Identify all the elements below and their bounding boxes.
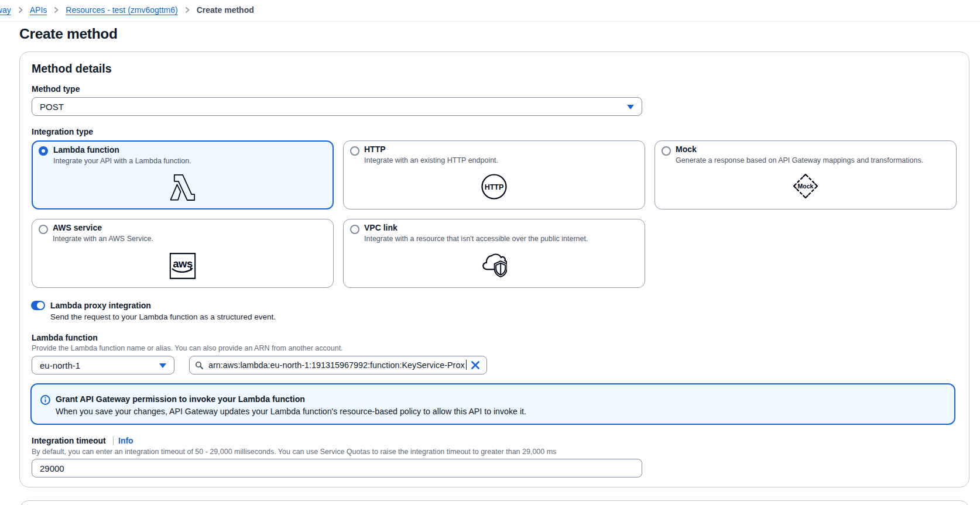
svg-text:aws: aws <box>173 257 193 270</box>
svg-text:Mock: Mock <box>798 183 814 190</box>
svg-text:HTTP: HTTP <box>485 183 504 191</box>
